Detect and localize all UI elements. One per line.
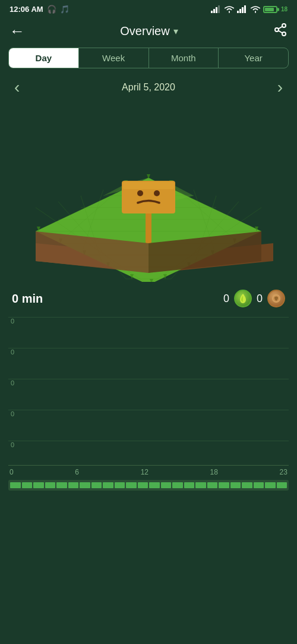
grid-line-4: 0	[8, 441, 289, 448]
svg-line-12	[279, 26, 283, 29]
green-coin-icon	[234, 290, 252, 307]
x-label-12: 12	[141, 468, 148, 476]
chart-x-labels: 0 6 12 18 23	[8, 466, 289, 477]
battery-label: 18	[281, 6, 287, 12]
chart-grid: 0 0 0 0 0	[8, 311, 289, 466]
timeline-block	[277, 482, 287, 488]
prev-date-button[interactable]: ‹	[10, 76, 24, 99]
stats-row: 0 min 0 0	[0, 286, 297, 311]
timeline-block	[68, 482, 79, 488]
header-title: Overview ▾	[120, 24, 178, 38]
date-nav: ‹ April 5, 2020 ›	[0, 71, 297, 102]
share-button[interactable]	[273, 23, 287, 40]
tab-year[interactable]: Year	[219, 48, 288, 68]
timeline-strip	[8, 480, 289, 491]
tab-day[interactable]: Day	[9, 48, 79, 68]
garden-illustration	[24, 109, 273, 282]
svg-line-11	[279, 30, 283, 33]
timeline-block	[172, 482, 183, 488]
svg-point-57	[137, 190, 143, 196]
timeline-block	[161, 482, 172, 488]
timeline-block	[149, 482, 160, 488]
svg-rect-54	[146, 211, 151, 243]
x-label-6: 6	[75, 468, 79, 476]
timeline-block	[115, 482, 125, 488]
svg-rect-0	[211, 11, 213, 13]
timeline-block	[254, 482, 264, 488]
timeline-block	[265, 482, 276, 488]
y-label-4: 0	[11, 441, 19, 448]
tab-week[interactable]: Week	[79, 48, 149, 68]
svg-rect-1	[213, 9, 215, 13]
stats-coins: 0 0	[223, 290, 285, 307]
svg-rect-5	[239, 9, 241, 13]
signal2-icon	[237, 5, 248, 13]
timeline-block	[242, 482, 252, 488]
battery-icon	[263, 6, 277, 13]
wifi-icon	[224, 5, 235, 13]
current-date: April 5, 2020	[122, 82, 175, 93]
timeline-block	[184, 482, 195, 488]
garden-container	[0, 102, 297, 286]
headphone-icon: 🎧	[47, 5, 56, 14]
chart-area: 0 0 0 0 0 0 6 12 18 23	[0, 311, 297, 477]
session-time: 0 min	[12, 292, 43, 306]
status-bar: 12:06 AM 🎧 🎵	[0, 0, 297, 16]
spotify-icon: 🎵	[60, 5, 69, 14]
status-right: 18	[211, 5, 287, 13]
y-label-2: 0	[11, 379, 19, 387]
grid-line-2: 0	[8, 379, 289, 387]
x-label-23: 23	[280, 468, 287, 476]
back-button[interactable]: ←	[10, 22, 25, 40]
green-coin-count: 0	[223, 293, 229, 305]
timeline-block	[80, 482, 90, 488]
y-label-1: 0	[11, 348, 19, 356]
tab-bar: Day Week Month Year	[8, 48, 289, 68]
svg-rect-56	[123, 182, 174, 189]
timeline-block	[33, 482, 44, 488]
timeline-block	[103, 482, 113, 488]
timeline-block	[230, 482, 241, 488]
brown-coin-count: 0	[257, 293, 263, 305]
svg-rect-2	[216, 7, 217, 13]
timeline-block	[22, 482, 33, 488]
status-left: 12:06 AM 🎧 🎵	[10, 5, 69, 14]
timeline-blocks	[8, 481, 289, 489]
x-label-0: 0	[10, 468, 14, 476]
y-label-0: 0	[11, 318, 19, 325]
timeline-block	[10, 482, 21, 488]
timeline-block	[207, 482, 218, 488]
grid-line-1: 0	[8, 348, 289, 356]
svg-point-58	[154, 190, 160, 196]
grid-line-3: 0	[8, 410, 289, 417]
grid-line-0: 0	[8, 317, 289, 325]
timeline-block	[138, 482, 148, 488]
signal-icon	[211, 5, 222, 13]
header: ← Overview ▾	[0, 16, 297, 48]
time-label: 12:06 AM	[10, 5, 43, 14]
svg-rect-7	[244, 5, 246, 13]
y-label-3: 0	[11, 410, 19, 417]
tab-month[interactable]: Month	[149, 48, 219, 68]
timeline-block	[219, 482, 229, 488]
overview-title: Overview	[120, 24, 169, 38]
timeline-block	[195, 482, 206, 488]
wifi2-icon	[250, 5, 261, 13]
chevron-down-icon[interactable]: ▾	[173, 26, 178, 37]
brown-coin-icon	[267, 290, 285, 307]
svg-rect-4	[237, 11, 239, 13]
timeline-block	[56, 482, 67, 488]
timeline-block	[91, 482, 102, 488]
svg-rect-3	[218, 5, 220, 13]
next-date-button[interactable]: ›	[273, 76, 287, 99]
svg-rect-6	[242, 7, 244, 13]
timeline-block	[45, 482, 56, 488]
timeline-block	[126, 482, 137, 488]
x-label-18: 18	[210, 468, 218, 476]
